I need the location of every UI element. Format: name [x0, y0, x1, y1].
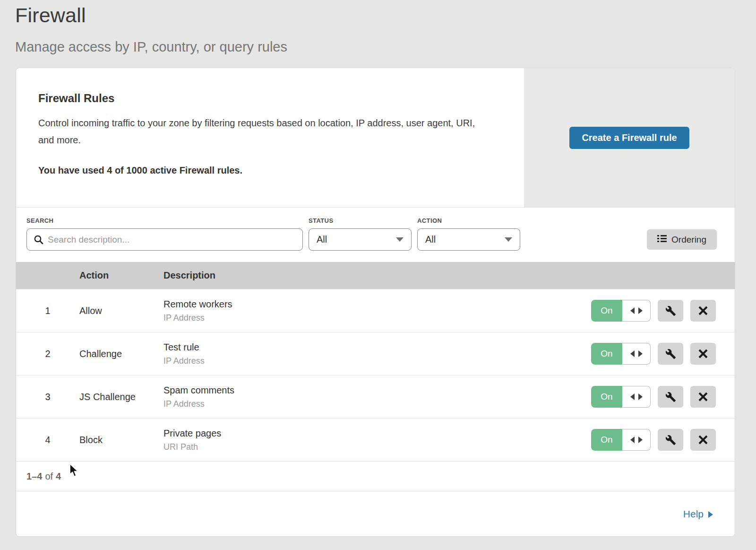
table-row: 2 Challenge Test rule IP Address On	[16, 332, 735, 375]
edit-rule-button[interactable]	[658, 300, 683, 322]
firewall-rules-card: Firewall Rules Control incoming traffic …	[16, 68, 735, 537]
page-subtitle: Manage access by IP, country, or query r…	[15, 39, 756, 55]
pagination: 1–4 of 4	[16, 461, 735, 491]
rule-action: Allow	[79, 306, 163, 316]
rule-match-type: IP Address	[163, 313, 508, 323]
rule-action: Block	[79, 435, 163, 445]
firewall-page: Firewall Manage access by IP, country, o…	[0, 0, 756, 550]
table-row: 3 JS Challenge Spam comments IP Address …	[16, 375, 735, 418]
wrench-icon	[665, 306, 676, 316]
action-label: ACTION	[417, 217, 520, 224]
toggle-handle[interactable]	[622, 429, 651, 451]
rule-number: 2	[16, 349, 79, 359]
toggle-on-label: On	[591, 300, 622, 322]
create-firewall-rule-button[interactable]: Create a Firewall rule	[569, 127, 689, 149]
overview-text: Firewall Rules Control incoming traffic …	[16, 68, 524, 207]
wrench-icon	[665, 349, 676, 359]
action-select[interactable]: All	[417, 228, 520, 251]
table-row: 4 Block Private pages URI Path On	[16, 418, 735, 461]
delete-rule-button[interactable]	[690, 386, 716, 408]
status-label: STATUS	[309, 217, 412, 224]
delete-rule-button[interactable]	[690, 343, 716, 365]
page-header: Firewall Manage access by IP, country, o…	[0, 0, 756, 55]
close-icon	[698, 306, 708, 316]
close-icon	[698, 435, 708, 445]
search-label: SEARCH	[26, 217, 303, 224]
filters-bar: SEARCH STATUS All	[16, 208, 735, 262]
left-right-arrows-icon	[630, 393, 643, 400]
rule-enabled-toggle[interactable]: On	[591, 429, 651, 451]
rule-description: Test rule	[163, 342, 508, 353]
toggle-on-label: On	[591, 343, 622, 365]
left-right-arrows-icon	[630, 307, 643, 314]
status-selected-value: All	[317, 234, 327, 245]
overview-description: Control incoming traffic to your zone by…	[38, 114, 487, 148]
column-header-action: Action	[79, 270, 163, 281]
rule-enabled-toggle[interactable]: On	[591, 343, 651, 365]
rule-match-type: IP Address	[163, 356, 508, 366]
chevron-down-icon	[396, 237, 404, 242]
usage-summary: You have used 4 of 1000 active Firewall …	[38, 165, 496, 176]
close-icon	[698, 392, 708, 402]
delete-rule-button[interactable]	[690, 429, 716, 451]
toggle-handle[interactable]	[622, 386, 651, 408]
pagination-of: of	[42, 471, 56, 482]
arrow-right-icon	[708, 511, 713, 518]
close-icon	[698, 349, 708, 359]
edit-rule-button[interactable]	[658, 429, 683, 451]
pagination-range: 1–4	[26, 471, 42, 482]
search-filter: SEARCH	[26, 217, 303, 251]
rule-description: Remote workers	[163, 299, 508, 310]
pagination-total: 4	[56, 471, 61, 482]
help-link[interactable]: Help	[683, 508, 713, 520]
rule-action: JS Challenge	[79, 392, 163, 402]
status-select[interactable]: All	[309, 228, 412, 251]
left-right-arrows-icon	[630, 350, 643, 357]
rule-match-type: URI Path	[163, 442, 508, 452]
wrench-icon	[665, 435, 676, 445]
rule-description: Spam comments	[163, 385, 508, 396]
toggle-on-label: On	[591, 429, 622, 451]
toggle-handle[interactable]	[622, 343, 651, 365]
search-input[interactable]	[27, 229, 302, 250]
delete-rule-button[interactable]	[690, 300, 716, 322]
search-input-box	[26, 228, 303, 251]
toggle-on-label: On	[591, 386, 622, 408]
wrench-icon	[665, 392, 676, 402]
ordering-button[interactable]: Ordering	[647, 229, 717, 250]
column-header-description: Description	[163, 270, 508, 281]
rule-enabled-toggle[interactable]: On	[591, 300, 651, 322]
action-selected-value: All	[425, 234, 436, 245]
edit-rule-button[interactable]	[658, 386, 683, 408]
search-icon	[34, 235, 44, 247]
table-header: Action Description	[16, 262, 735, 289]
rule-enabled-toggle[interactable]: On	[591, 386, 651, 408]
overview-heading: Firewall Rules	[38, 92, 496, 105]
chevron-down-icon	[505, 237, 512, 242]
create-rule-panel: Create a Firewall rule	[524, 68, 735, 207]
left-right-arrows-icon	[630, 437, 643, 443]
help-link-label: Help	[683, 508, 704, 520]
rule-description: Private pages	[163, 428, 508, 439]
rule-number: 4	[16, 435, 79, 445]
ordering-button-label: Ordering	[671, 235, 706, 245]
table-row: 1 Allow Remote workers IP Address On	[16, 289, 735, 332]
card-footer: Help	[16, 491, 735, 536]
toggle-handle[interactable]	[622, 300, 651, 322]
rule-number: 3	[16, 392, 79, 402]
edit-rule-button[interactable]	[658, 343, 683, 365]
overview-section: Firewall Rules Control incoming traffic …	[16, 68, 735, 208]
rule-action: Challenge	[79, 349, 163, 359]
rule-number: 1	[16, 306, 79, 316]
ordering-list-icon	[657, 235, 667, 245]
page-title: Firewall	[15, 4, 756, 27]
rule-match-type: IP Address	[163, 399, 508, 409]
status-filter: STATUS All	[309, 217, 412, 251]
action-filter: ACTION All	[417, 217, 520, 251]
